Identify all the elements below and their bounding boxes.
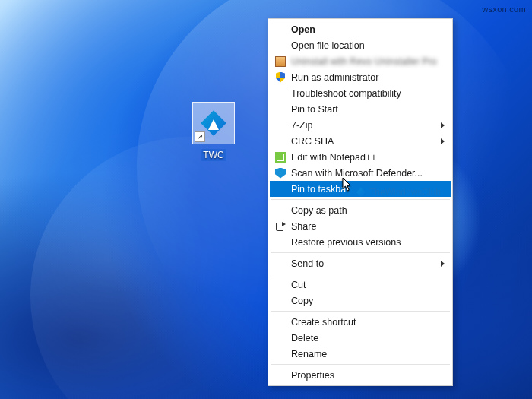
defender-icon: [274, 167, 287, 179]
chevron-right-icon: [441, 122, 445, 128]
menu-label: CRC SHA: [291, 136, 334, 147]
notepadpp-icon: [274, 151, 287, 163]
box-icon: [274, 55, 287, 68]
menu-cut[interactable]: Cut: [270, 277, 451, 293]
menu-uninstall[interactable]: Uninstall with Revo Uninstaller Pro: [270, 53, 451, 69]
menu-label: Copy: [291, 296, 313, 306]
menu-scan-defender[interactable]: Scan with Microsoft Defender...: [270, 165, 451, 181]
menu-delete[interactable]: Delete: [270, 330, 451, 346]
menu-send-to[interactable]: Send to: [270, 255, 451, 271]
menu-label: Uninstall with Revo Uninstaller Pro: [291, 56, 437, 67]
menu-edit-notepadpp[interactable]: Edit with Notepad++: [270, 149, 451, 165]
menu-properties[interactable]: Properties: [270, 367, 451, 383]
menu-separator: [271, 252, 450, 253]
menu-separator: [271, 311, 450, 312]
menu-7zip[interactable]: 7-Zip: [270, 117, 451, 133]
menu-label: Troubleshoot compatibility: [291, 88, 401, 99]
shield-icon: [274, 71, 287, 84]
menu-label: Open: [291, 24, 315, 35]
menu-label: Restore previous versions: [291, 237, 401, 248]
menu-crc-sha[interactable]: CRC SHA: [270, 133, 451, 149]
menu-create-shortcut[interactable]: Create shortcut: [270, 314, 451, 330]
shortcut-overlay-icon: ↗: [195, 131, 205, 142]
menu-label: Properties: [291, 370, 334, 381]
menu-label: Delete: [291, 333, 318, 344]
menu-pin-to-taskbar[interactable]: Pin to taskbar: [270, 181, 451, 197]
desktop-shortcut-twc[interactable]: ↗ TWC: [188, 102, 239, 161]
menu-label: Share: [291, 221, 316, 232]
menu-label: Open file location: [291, 40, 365, 51]
menu-share[interactable]: Share: [270, 218, 451, 234]
menu-copy-as-path[interactable]: Copy as path: [270, 202, 451, 218]
chevron-right-icon: [441, 138, 445, 144]
menu-label: Rename: [291, 349, 327, 359]
menu-restore-previous-versions[interactable]: Restore previous versions: [270, 234, 451, 250]
menu-label: Send to: [291, 258, 324, 269]
share-icon: [274, 220, 287, 233]
menu-label: Cut: [291, 280, 306, 290]
menu-label: Copy as path: [291, 205, 347, 216]
menu-separator: [271, 274, 450, 274]
menu-pin-to-start[interactable]: Pin to Start: [270, 101, 451, 117]
watermark-site: wsxon.com: [482, 5, 526, 14]
context-menu: Open Open file location Uninstall with R…: [268, 18, 453, 386]
menu-open[interactable]: Open: [270, 21, 451, 37]
desktop-shortcut-label: TWC: [201, 149, 226, 161]
menu-copy[interactable]: Copy: [270, 293, 451, 309]
menu-label: Scan with Microsoft Defender...: [291, 168, 423, 179]
menu-label: Edit with Notepad++: [291, 152, 377, 163]
desktop-shortcut-icon: ↗: [192, 102, 235, 144]
menu-run-as-admin[interactable]: Run as administrator: [270, 69, 451, 85]
menu-troubleshoot-compat[interactable]: Troubleshoot compatibility: [270, 85, 451, 101]
menu-label: Create shortcut: [291, 317, 356, 328]
menu-open-file-location[interactable]: Open file location: [270, 37, 451, 53]
menu-separator: [271, 199, 450, 200]
menu-rename[interactable]: Rename: [270, 346, 451, 362]
menu-label: Pin to Start: [291, 104, 338, 115]
menu-separator: [271, 364, 450, 365]
menu-label: Run as administrator: [291, 72, 378, 83]
menu-label: 7-Zip: [291, 120, 312, 131]
chevron-right-icon: [441, 261, 445, 267]
menu-label: Pin to taskbar: [291, 184, 349, 195]
